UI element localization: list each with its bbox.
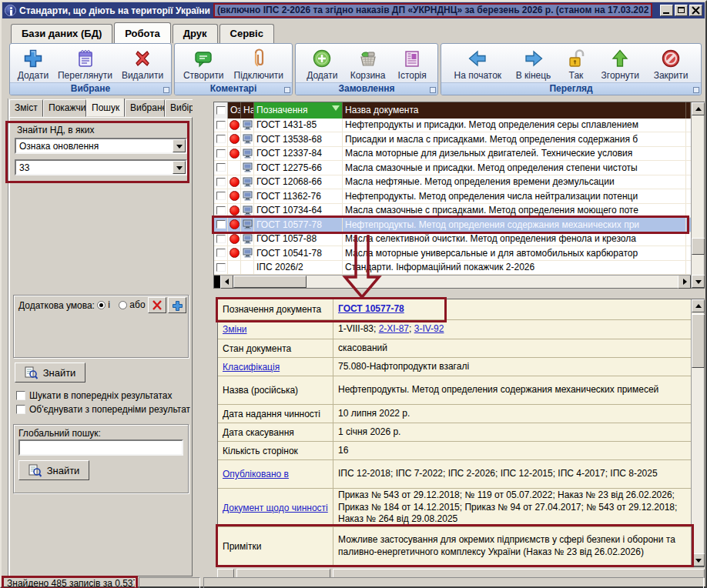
column-header-docname[interactable]: Назва документа xyxy=(343,102,686,119)
close-view-button[interactable]: Закрити xyxy=(651,47,692,82)
table-row[interactable]: ІПС 2026/2 Стандарти. Інформаційний пока… xyxy=(214,261,691,276)
view-favorite-button[interactable]: Переглянути xyxy=(55,47,116,82)
radio-or[interactable]: або xyxy=(119,299,146,310)
group-expand-icon[interactable] xyxy=(430,87,436,93)
sidebar-tab-contents[interactable]: Зміст xyxy=(9,99,43,117)
row-checkbox[interactable] xyxy=(216,263,226,272)
scroll-down-button[interactable] xyxy=(692,275,705,288)
row-checkbox[interactable] xyxy=(216,121,226,129)
details-vertical-scrollbar[interactable] xyxy=(691,299,704,566)
sidebar-tab-search[interactable]: Пошук xyxy=(86,99,125,117)
update-marker-icon xyxy=(230,120,240,130)
window-controls xyxy=(660,5,702,16)
sidebar-tab-selection[interactable]: Вибірка xyxy=(165,99,193,117)
scroll-up-button[interactable] xyxy=(692,102,705,115)
table-row[interactable]: ГОСТ 12337-84 Масла моторные для дизельн… xyxy=(214,147,691,162)
lock-button[interactable]: Так xyxy=(562,47,590,82)
scrollbar-thumb[interactable] xyxy=(692,314,705,368)
row-checkbox[interactable] xyxy=(216,235,226,243)
row-checkbox[interactable] xyxy=(216,178,226,186)
row-checkbox[interactable] xyxy=(216,192,226,200)
find-button[interactable]: Знайти xyxy=(15,362,85,383)
row-checkbox[interactable] xyxy=(216,220,226,229)
table-row[interactable]: ГОСТ 1431-85 Нефтепродукты и присадки. М… xyxy=(214,119,691,133)
table-row[interactable]: ГОСТ 10734-64 Масла смазочные с присадка… xyxy=(214,204,691,219)
delete-x-icon xyxy=(132,48,153,69)
basket-button[interactable]: Корзина xyxy=(347,47,389,82)
designation-link[interactable]: ГОСТ 10577-78 xyxy=(338,303,404,316)
minimize-button[interactable] xyxy=(660,5,673,16)
scrollbar-thumb[interactable] xyxy=(692,238,705,255)
column-header-ozn[interactable]: Озн xyxy=(228,102,241,119)
history-button[interactable]: Історія xyxy=(395,47,430,82)
row-checkbox[interactable] xyxy=(216,163,226,172)
tab-service[interactable]: Сервіс xyxy=(219,24,274,43)
changes-label-link[interactable]: Зміни xyxy=(223,324,247,335)
row-checkbox[interactable] xyxy=(216,249,226,257)
search-field-combobox[interactable]: Ознака оновлення xyxy=(15,138,187,154)
group-expand-icon[interactable] xyxy=(284,87,290,93)
scroll-down-button[interactable] xyxy=(692,553,705,566)
search-previous-checkbox[interactable]: Шукати в попередніх результатах xyxy=(16,390,190,401)
documents-table: Озн Наз Позначення Назва документа ГОСТ … xyxy=(213,102,705,289)
select-all-header[interactable] xyxy=(214,102,228,119)
scroll-up-button[interactable] xyxy=(692,299,705,312)
sidebar-tab-favorites[interactable]: Вибране xyxy=(125,99,165,117)
comment-icon xyxy=(193,48,214,69)
notepad-icon xyxy=(75,48,96,69)
validity-doc-label-link[interactable]: Документ щодо чинності xyxy=(223,503,328,513)
sidebar-tab-index[interactable]: Покажчик xyxy=(43,99,86,117)
table-row-selected[interactable]: ГОСТ 10577-78 Нефтепродукты. Метод опред… xyxy=(214,218,691,232)
add-condition-button[interactable] xyxy=(168,297,186,313)
remove-condition-button[interactable] xyxy=(148,297,166,313)
row-checkbox[interactable] xyxy=(216,135,226,143)
attach-comment-button[interactable]: Підключити xyxy=(231,47,287,82)
left-splitter[interactable] xyxy=(3,99,9,576)
published-label-link[interactable]: Опубліковано в xyxy=(223,469,289,479)
create-comment-button[interactable]: Створити xyxy=(180,47,227,82)
close-button[interactable] xyxy=(689,5,702,16)
table-row[interactable]: ГОСТ 12068-66 Масла нефтяные. Метод опре… xyxy=(214,175,691,190)
tab-work[interactable]: Робота xyxy=(114,22,171,43)
tab-databases[interactable]: Бази даних (БД) xyxy=(11,24,112,43)
merge-previous-checkbox[interactable]: Об'єднувати з попередніми результатами xyxy=(16,404,190,415)
triangle-down-icon xyxy=(695,559,702,566)
add-favorite-button[interactable]: Додати xyxy=(15,47,52,82)
additional-condition-label: Додаткова умова: xyxy=(18,300,95,311)
column-header-designation[interactable]: Позначення xyxy=(254,102,343,119)
table-row[interactable]: ГОСТ 13538-68 Присадки и масла с присадк… xyxy=(214,132,691,147)
column-header-naz[interactable]: Наз xyxy=(241,102,254,119)
table-vertical-scrollbar[interactable] xyxy=(691,102,704,288)
scroll-left-button[interactable] xyxy=(220,276,233,289)
row-checkbox[interactable] xyxy=(216,206,226,215)
checkbox-icon[interactable] xyxy=(16,391,25,400)
collapse-button[interactable]: Згорнути xyxy=(598,47,643,82)
delete-favorite-button[interactable]: Видалити xyxy=(119,47,166,82)
change-link[interactable]: 3-IV-92 xyxy=(414,323,444,334)
tab-print[interactable]: Друк xyxy=(173,24,218,43)
checkbox-icon[interactable] xyxy=(16,405,25,414)
group-expand-icon[interactable] xyxy=(693,87,699,93)
table-horizontal-scrollbar[interactable] xyxy=(214,275,691,288)
go-first-button[interactable]: На початок xyxy=(451,47,505,82)
table-row[interactable]: ГОСТ 1057-88 Масла селективной очистки. … xyxy=(214,232,691,247)
table-row[interactable]: ГОСТ 10541-78 Масла моторные универсальн… xyxy=(214,246,691,261)
add-order-button[interactable]: Додати xyxy=(303,47,340,82)
group-expand-icon[interactable] xyxy=(163,87,169,93)
table-row[interactable]: ГОСТ 11362-76 Нефтепродукты. Метод опред… xyxy=(214,189,691,204)
combo-dropdown-button[interactable] xyxy=(173,139,186,152)
global-search-input[interactable] xyxy=(18,439,183,456)
checkbox-icon[interactable] xyxy=(216,106,226,115)
go-last-button[interactable]: В кінець xyxy=(513,47,555,82)
radio-and[interactable]: і xyxy=(97,299,110,310)
scrollbar-thumb[interactable] xyxy=(233,276,307,288)
global-find-button[interactable]: Знайти xyxy=(18,460,89,480)
scroll-right-button[interactable] xyxy=(678,276,691,289)
table-row[interactable]: ГОСТ 12275-66 Масла смазочные и присадки… xyxy=(214,161,691,175)
search-value-combobox[interactable]: 33 xyxy=(15,159,187,175)
row-checkbox[interactable] xyxy=(216,149,226,158)
combo-dropdown-button[interactable] xyxy=(173,161,186,174)
change-link[interactable]: 2-XI-87 xyxy=(379,323,409,334)
maximize-button[interactable] xyxy=(675,5,688,16)
classification-label-link[interactable]: Класифікація xyxy=(223,362,280,373)
